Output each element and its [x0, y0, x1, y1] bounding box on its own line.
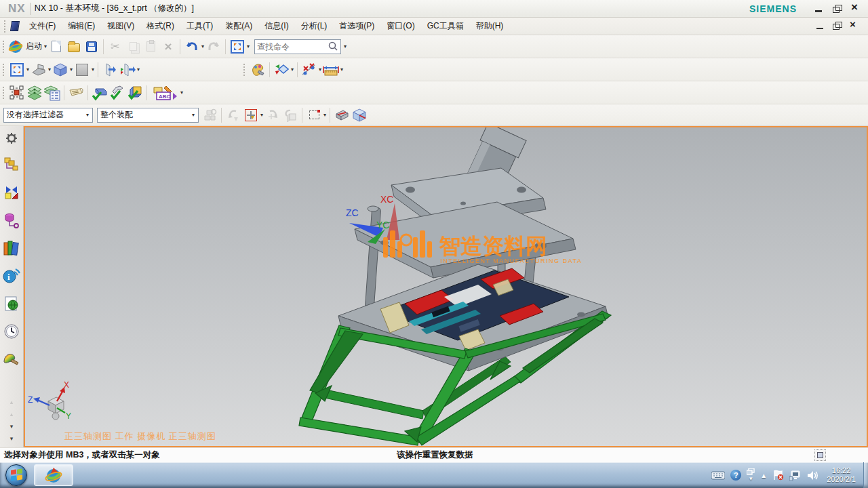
chevron-down-icon[interactable]: ▾: [201, 43, 204, 49]
volume-icon[interactable]: [807, 470, 818, 481]
history-clock-icon[interactable]: [3, 323, 20, 340]
chevron-down-icon[interactable]: ▾: [344, 43, 347, 49]
annotation-button[interactable]: [67, 83, 85, 102]
assembly-scope-combo[interactable]: 整个装配 ▾: [97, 108, 199, 123]
search-icon[interactable]: [328, 41, 338, 52]
find-command-box[interactable]: [254, 39, 341, 54]
edit-section-button[interactable]: [119, 60, 136, 79]
part-navigator-icon[interactable]: [3, 212, 20, 228]
window-layout-icon[interactable]: [814, 449, 826, 461]
show-desktop-button[interactable]: [863, 462, 868, 488]
child-minimize-button[interactable]: [816, 22, 825, 30]
menu-edit[interactable]: 编辑(E): [62, 19, 101, 33]
chevron-down-icon[interactable]: ▾: [26, 66, 29, 73]
find-command-input[interactable]: [257, 42, 328, 52]
web-browser-icon[interactable]: [3, 296, 20, 312]
child-close-button[interactable]: [850, 22, 859, 30]
internet-info-icon[interactable]: i: [3, 268, 20, 284]
chevron-down-icon[interactable]: ▾: [180, 89, 183, 96]
snap-point-button[interactable]: [242, 106, 260, 125]
roles-gear-icon[interactable]: [5, 131, 18, 145]
fit-button[interactable]: [8, 60, 26, 79]
minimize-button[interactable]: [814, 5, 823, 13]
menu-tools[interactable]: 工具(T): [180, 19, 219, 33]
close-button[interactable]: [851, 5, 860, 13]
selection-filter-value: 没有选择过滤器: [7, 109, 64, 121]
assembly-cut-button[interactable]: [126, 83, 144, 102]
app-window-tray-icon[interactable]: ▾: [747, 468, 755, 482]
shaded-view-button[interactable]: [73, 60, 91, 79]
menu-analysis[interactable]: 分析(L): [295, 19, 334, 33]
chevron-down-icon[interactable]: ▾: [247, 43, 250, 49]
undo-button[interactable]: [183, 37, 201, 56]
fit-window-button[interactable]: [229, 37, 246, 56]
divider: [180, 39, 180, 54]
chevron-down-icon[interactable]: ▾: [70, 66, 73, 73]
layers-button[interactable]: [26, 83, 43, 102]
menu-preferences[interactable]: 首选项(P): [333, 19, 380, 33]
rectangle-select-button[interactable]: [305, 106, 323, 125]
toolbar-grip[interactable]: [3, 87, 5, 99]
edit-object-text-button[interactable]: ABC: [150, 83, 180, 102]
chevron-down-icon[interactable]: ▾: [48, 66, 51, 73]
chevron-down-icon[interactable]: ▾: [137, 66, 140, 73]
measure-distance-button[interactable]: [322, 60, 340, 79]
menu-gc-toolbox[interactable]: GC工具箱: [421, 19, 470, 33]
taskbar-nx-button[interactable]: [34, 464, 73, 486]
chevron-down-icon[interactable]: ▾: [323, 112, 326, 118]
wave-geometry-button[interactable]: [91, 83, 108, 102]
new-button[interactable]: [47, 37, 65, 56]
highlight-hidden-button[interactable]: [333, 106, 351, 125]
menu-view[interactable]: 视图(V): [101, 19, 140, 33]
start-button[interactable]: [5, 464, 27, 486]
action-center-flag-icon[interactable]: [772, 470, 784, 481]
show-hidden-icons[interactable]: ▲: [760, 472, 767, 479]
menu-window[interactable]: 窗口(O): [380, 19, 420, 33]
menu-format[interactable]: 格式(R): [140, 19, 180, 33]
toolbar-grip[interactable]: [3, 41, 5, 53]
clip-section-button[interactable]: [101, 60, 119, 79]
cube-check-icon: [127, 85, 143, 101]
child-restore-button[interactable]: [833, 22, 842, 30]
selection-filter-combo[interactable]: 没有选择过滤器 ▾: [3, 108, 93, 123]
isometric-view-button[interactable]: [52, 60, 69, 79]
chevron-down-icon[interactable]: ▾: [291, 66, 294, 73]
keyboard-icon[interactable]: [711, 471, 725, 480]
view-orient-button[interactable]: [30, 60, 47, 79]
menu-information[interactable]: 信息(I): [258, 19, 294, 33]
chevron-down-icon[interactable]: ▾: [260, 112, 263, 118]
show-hide-button[interactable]: [300, 60, 318, 79]
network-icon[interactable]: [789, 470, 802, 481]
constraint-navigator-icon[interactable]: [3, 184, 20, 201]
true-shading-button[interactable]: [249, 60, 267, 79]
help-tray-icon[interactable]: ?: [730, 470, 741, 481]
open-button[interactable]: [65, 37, 83, 56]
save-button[interactable]: [83, 37, 100, 56]
chevron-down-icon[interactable]: ▾: [319, 66, 321, 73]
toolbar-grip[interactable]: [243, 64, 245, 76]
menu-help[interactable]: 帮助(H): [470, 19, 510, 33]
layer-settings-button[interactable]: [43, 83, 61, 102]
library-books-icon[interactable]: [3, 240, 20, 256]
restore-button[interactable]: [833, 5, 842, 13]
chevron-down-icon[interactable]: ▾: [92, 66, 94, 73]
move-component-button[interactable]: [8, 83, 26, 102]
tray-clock[interactable]: 16:22 2020/2/1: [827, 466, 856, 484]
remember-constraints-button[interactable]: [108, 83, 126, 102]
materials-palette-icon[interactable]: [3, 351, 20, 367]
cube-icon: [53, 62, 68, 77]
layer-settings-icon: [44, 85, 60, 101]
shade-through-button[interactable]: [351, 106, 368, 125]
object-display-button[interactable]: [273, 60, 290, 79]
toolbar-grip[interactable]: [4, 20, 6, 33]
menu-assemblies[interactable]: 装配(A): [219, 19, 258, 33]
graphics-window[interactable]: XC ZC YC 智造资料网 INTELLIGENT MANUFACTURING…: [24, 126, 868, 447]
toolbar-grip[interactable]: [3, 64, 5, 76]
scroll-down-icon[interactable]: ▾: [10, 423, 14, 430]
chevron-down-icon[interactable]: ▾: [340, 66, 343, 73]
triad-x-label: X: [64, 380, 69, 390]
assembly-navigator-icon[interactable]: [3, 157, 20, 173]
menu-file[interactable]: 文件(F): [23, 19, 62, 33]
scroll-down-icon[interactable]: ▾: [10, 435, 14, 442]
start-button[interactable]: 启动 ▾: [8, 37, 47, 56]
